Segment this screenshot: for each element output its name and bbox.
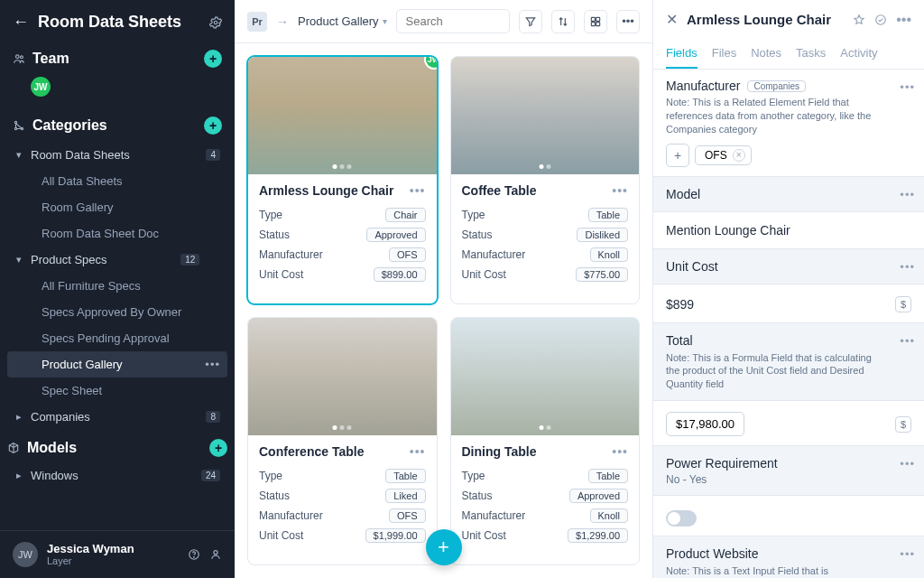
card-more-icon[interactable]: •••	[410, 444, 426, 459]
sort-icon[interactable]	[551, 10, 575, 33]
tab-notes[interactable]: Notes	[751, 39, 781, 69]
team-label: Team	[32, 51, 197, 67]
tree-room-data-sheets[interactable]: ▾ Room Data Sheets 4	[7, 142, 227, 168]
categories-section-header: Categories +	[0, 107, 235, 140]
tree-all-data-sheets[interactable]: All Data Sheets	[7, 168, 227, 194]
models-section-header: Models +	[7, 430, 227, 462]
card-armless-lounge-chair[interactable]: JW Armless Lounge Chair ••• TypeChair St…	[247, 56, 438, 304]
relation-chip[interactable]: OFS ×	[695, 145, 752, 165]
spec-value: Approved	[569, 489, 628, 503]
field-total: Total Note: This is a Formula Field that…	[653, 323, 924, 402]
field-power: Power Requirement No - Yes •••	[653, 446, 924, 496]
tree-room-gallery[interactable]: Room Gallery	[7, 194, 227, 220]
tree-label: Specs Pending Approval	[42, 331, 220, 345]
tree-companies[interactable]: ▸ Companies 8	[7, 404, 227, 430]
team-avatar-row: JW	[0, 73, 235, 107]
user-avatar[interactable]: JW	[31, 77, 51, 97]
tree-specs-pending[interactable]: Specs Pending Approval	[7, 325, 227, 351]
field-type-badge: Companies	[747, 80, 806, 92]
chevron-down-icon: ▾	[16, 149, 25, 161]
svg-point-13	[876, 14, 886, 24]
tree-specs-approved[interactable]: Specs Approved By Owner	[7, 299, 227, 325]
add-model-button[interactable]: +	[209, 439, 227, 457]
spec-value: Table	[588, 469, 628, 483]
field-label: Manufacturer	[666, 79, 740, 93]
power-toggle[interactable]	[666, 510, 697, 527]
gallery: JW Armless Lounge Chair ••• TypeChair St…	[235, 43, 652, 578]
toolbar-more-icon[interactable]: •••	[616, 10, 640, 33]
card-title: Conference Table	[259, 444, 364, 459]
add-category-button[interactable]: +	[204, 117, 222, 135]
card-image	[248, 318, 437, 435]
tab-files[interactable]: Files	[712, 39, 736, 69]
spec-value: Disliked	[577, 228, 628, 242]
spec-label: Unit Cost	[462, 529, 506, 542]
tree-more-icon[interactable]: •••	[205, 358, 220, 371]
card-conference-table[interactable]: Conference Table ••• TypeTable StatusLik…	[247, 317, 438, 565]
card-dining-table[interactable]: Dining Table ••• TypeTable StatusApprove…	[450, 317, 641, 565]
card-coffee-table[interactable]: Coffee Table ••• TypeTable StatusDislike…	[450, 56, 641, 304]
field-power-toggle-row	[653, 496, 924, 536]
tree-all-furniture-specs[interactable]: All Furniture Specs	[7, 273, 227, 299]
models-label: Models	[27, 440, 202, 456]
tree-product-specs[interactable]: ▾ Product Specs 12 •••	[7, 247, 227, 273]
spec-value: Knoll	[590, 247, 628, 262]
field-note: Note: This is a Formula Field that is ca…	[666, 351, 911, 392]
add-item-fab[interactable]: +	[426, 529, 462, 565]
remove-chip-icon[interactable]: ×	[733, 149, 745, 162]
spec-label: Status	[259, 489, 290, 502]
team-section-header: Team +	[0, 41, 235, 73]
tree-label: Product Specs	[31, 253, 175, 266]
profile-icon[interactable]	[209, 548, 222, 561]
details-more-icon[interactable]: •••	[896, 12, 911, 28]
spec-label: Manufacturer	[462, 248, 526, 261]
back-icon[interactable]: ←	[13, 13, 29, 32]
add-relation-button[interactable]: +	[666, 144, 689, 167]
card-title: Coffee Table	[462, 183, 537, 198]
svg-rect-11	[591, 22, 595, 25]
search-input[interactable]	[396, 9, 510, 33]
tab-fields[interactable]: Fields	[666, 39, 698, 69]
field-more-icon[interactable]: •••	[900, 188, 915, 201]
filter-icon[interactable]	[519, 10, 542, 33]
image-pager	[539, 164, 550, 169]
unitcost-value: $899	[666, 295, 694, 313]
add-team-button[interactable]: +	[204, 50, 222, 68]
tab-tasks[interactable]: Tasks	[796, 39, 826, 69]
help-icon[interactable]	[188, 548, 200, 561]
tree-product-gallery[interactable]: Product Gallery •••	[7, 351, 227, 378]
tree-windows[interactable]: ▸ Windows 24	[7, 462, 227, 489]
view-icon[interactable]	[584, 10, 607, 33]
breadcrumb-dropdown[interactable]: Product Gallery ▾	[298, 14, 387, 28]
svg-point-8	[214, 551, 217, 555]
card-more-icon[interactable]: •••	[612, 444, 628, 459]
footer-user-block: Jessica Wyman Layer	[47, 543, 179, 566]
field-more-icon[interactable]: •••	[900, 457, 915, 471]
card-title: Armless Lounge Chair	[259, 183, 393, 198]
spec-value: Table	[385, 469, 425, 483]
tree-spec-sheet[interactable]: Spec Sheet	[7, 378, 227, 404]
field-website: Product Website Note: This is a Text Inp…	[653, 536, 924, 578]
field-more-icon[interactable]: •••	[900, 334, 915, 348]
card-more-icon[interactable]: •••	[410, 183, 426, 198]
field-model-value[interactable]: Mention Lounge Chair	[653, 212, 924, 249]
chip-label: OFS	[705, 149, 727, 162]
star-icon[interactable]	[853, 14, 865, 26]
field-more-icon[interactable]: •••	[900, 547, 915, 561]
tab-activity[interactable]: Activity	[840, 39, 877, 69]
gear-icon[interactable]	[209, 16, 222, 29]
field-label: Unit Cost	[666, 259, 718, 274]
field-more-icon[interactable]: •••	[900, 260, 915, 274]
check-circle-icon[interactable]	[874, 14, 887, 26]
sidebar-header: ← Room Data Sheets	[0, 0, 235, 41]
close-icon[interactable]: ✕	[666, 11, 678, 28]
card-more-icon[interactable]: •••	[612, 183, 628, 198]
field-unitcost-value[interactable]: $899 $	[653, 284, 924, 323]
footer-avatar[interactable]: JW	[13, 542, 38, 567]
field-manufacturer: Manufacturer Companies Note: This is a R…	[653, 70, 924, 177]
breadcrumb-icon[interactable]: Pr	[247, 12, 267, 32]
chevron-right-icon: ▸	[16, 470, 25, 481]
field-more-icon[interactable]: •••	[900, 80, 915, 94]
tree-room-data-sheet-doc[interactable]: Room Data Sheet Doc	[7, 220, 227, 247]
spec-value: $1,299.00	[568, 528, 628, 543]
